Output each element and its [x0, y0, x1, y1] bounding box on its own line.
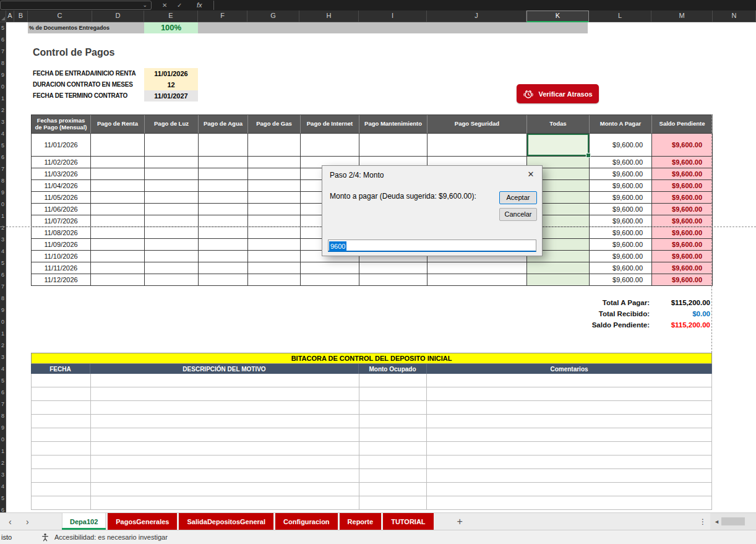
- header-pago-agua[interactable]: Pago de Agua: [199, 115, 248, 134]
- bitacora-header-monto[interactable]: Monto Ocupado: [359, 364, 427, 374]
- bitacora-fecha-cell[interactable]: [32, 455, 91, 469]
- bitacora-comentarios-cell[interactable]: [427, 455, 712, 469]
- row-header[interactable]: 4: [0, 246, 6, 257]
- row-header[interactable]: 9: [0, 304, 6, 316]
- pago-renta-cell[interactable]: [91, 157, 145, 168]
- pago-renta-cell[interactable]: [91, 192, 145, 204]
- bitacora-fecha-cell[interactable]: [32, 442, 91, 455]
- payment-date-cell[interactable]: 11/01/2026: [32, 134, 91, 157]
- monto-a-pagar-cell[interactable]: $9,600.00: [590, 215, 652, 227]
- fx-icon[interactable]: fx: [197, 0, 202, 11]
- saldo-pendiente-cell[interactable]: $9,600.00: [652, 204, 713, 215]
- monto-a-pagar-cell[interactable]: $9,600.00: [590, 157, 652, 168]
- add-sheet-button[interactable]: +: [457, 517, 463, 527]
- bitacora-comentarios-cell[interactable]: [427, 401, 712, 415]
- row-header[interactable]: 4: [0, 128, 6, 140]
- bitacora-descripcion-cell[interactable]: [91, 401, 359, 415]
- accessibility-status[interactable]: Accesibilidad: es necesario investigar: [54, 530, 168, 544]
- header-pago-seguridad[interactable]: Pago Seguridad: [427, 115, 527, 134]
- bitacora-descripcion-cell[interactable]: [91, 387, 359, 401]
- saldo-pendiente-cell[interactable]: $9,600.00: [652, 134, 713, 157]
- name-box[interactable]: ⌄: [0, 1, 152, 10]
- pago-renta-cell[interactable]: [91, 134, 145, 157]
- bitacora-fecha-cell[interactable]: [32, 415, 91, 428]
- pago-internet-cell[interactable]: [301, 134, 359, 157]
- bitacora-descripcion-cell[interactable]: [91, 483, 359, 496]
- pago-luz-cell[interactable]: [145, 168, 199, 180]
- bitacora-comentarios-cell[interactable]: [427, 374, 712, 387]
- header-pago-luz[interactable]: Pago de Luz: [145, 115, 199, 134]
- monto-a-pagar-cell[interactable]: $9,600.00: [590, 192, 652, 204]
- pago-luz-cell[interactable]: [145, 192, 199, 204]
- pago-gas-cell[interactable]: [248, 192, 301, 204]
- bitacora-monto-cell[interactable]: [359, 428, 427, 442]
- payment-date-cell[interactable]: 11/09/2026: [32, 239, 91, 251]
- column-header-l[interactable]: L: [589, 11, 651, 22]
- row-header[interactable]: 3: [0, 116, 6, 128]
- payment-date-cell[interactable]: 11/12/2026: [32, 274, 91, 286]
- pago-luz-cell[interactable]: [145, 134, 199, 157]
- fecha-termino-value[interactable]: 11/01/2027: [144, 90, 198, 101]
- pago-seguridad-cell[interactable]: [427, 134, 527, 157]
- row-header[interactable]: 5: [0, 375, 6, 387]
- row-header[interactable]: 6: [0, 387, 6, 399]
- monto-input-field[interactable]: 9600: [328, 240, 536, 252]
- saldo-pendiente-cell[interactable]: $9,600.00: [652, 192, 713, 204]
- pago-renta-cell[interactable]: [91, 239, 145, 251]
- row-header[interactable]: 6: [0, 269, 6, 281]
- pago-gas-cell[interactable]: [248, 274, 301, 286]
- pago-agua-cell[interactable]: [199, 192, 248, 204]
- column-header-c[interactable]: C: [28, 11, 92, 22]
- bitacora-fecha-cell[interactable]: [32, 401, 91, 415]
- saldo-pendiente-cell[interactable]: $9,600.00: [652, 180, 713, 192]
- pago-mantenimiento-cell[interactable]: [359, 274, 427, 286]
- pago-luz-cell[interactable]: [145, 227, 199, 239]
- sheet-tab[interactable]: PagosGenerales: [108, 513, 177, 530]
- column-header-g[interactable]: G: [247, 11, 299, 22]
- pago-renta-cell[interactable]: [91, 215, 145, 227]
- cancel-icon[interactable]: ✕: [162, 0, 167, 11]
- monto-a-pagar-cell[interactable]: $9,600.00: [590, 227, 652, 239]
- pago-seguridad-cell[interactable]: [427, 262, 527, 274]
- bitacora-fecha-cell[interactable]: [32, 374, 91, 387]
- bitacora-header-descripcion[interactable]: DESCRIPCIÓN DEL MOTIVO: [90, 364, 359, 374]
- row-header[interactable]: 5: [0, 140, 6, 152]
- bitacora-comentarios-cell[interactable]: [427, 496, 712, 510]
- sheet-tab[interactable]: Reporte: [340, 513, 382, 530]
- saldo-pendiente-cell[interactable]: $9,600.00: [652, 239, 713, 251]
- pago-agua-cell[interactable]: [199, 180, 248, 192]
- pago-gas-cell[interactable]: [248, 262, 301, 274]
- row-header[interactable]: 4: [0, 481, 6, 493]
- pago-gas-cell[interactable]: [248, 215, 301, 227]
- scrollbar-thumb[interactable]: [721, 517, 745, 525]
- row-header[interactable]: 2: [0, 222, 6, 234]
- pago-gas-cell[interactable]: [248, 239, 301, 251]
- chevron-down-icon[interactable]: ⌄: [142, 1, 147, 9]
- pago-luz-cell[interactable]: [145, 157, 199, 168]
- bitacora-monto-cell[interactable]: [359, 496, 427, 510]
- row-header[interactable]: 7: [0, 46, 6, 58]
- pago-agua-cell[interactable]: [199, 134, 248, 157]
- bitacora-comentarios-cell[interactable]: [427, 442, 712, 455]
- pago-gas-cell[interactable]: [248, 180, 301, 192]
- pago-renta-cell[interactable]: [91, 251, 145, 262]
- row-header[interactable]: 3: [0, 469, 6, 481]
- header-pago-internet[interactable]: Pago de Internet: [301, 115, 359, 134]
- bitacora-comentarios-cell[interactable]: [427, 415, 712, 428]
- pago-agua-cell[interactable]: [199, 215, 248, 227]
- row-header[interactable]: 5: [0, 22, 6, 34]
- bitacora-descripcion-cell[interactable]: [91, 455, 359, 469]
- pago-agua-cell[interactable]: [199, 157, 248, 168]
- payment-date-cell[interactable]: 11/11/2026: [32, 262, 91, 274]
- monto-a-pagar-cell[interactable]: $9,600.00: [590, 204, 652, 215]
- close-icon[interactable]: ✕: [525, 168, 537, 181]
- bitacora-descripcion-cell[interactable]: [91, 415, 359, 428]
- saldo-pendiente-cell[interactable]: $9,600.00: [652, 215, 713, 227]
- pago-mantenimiento-cell[interactable]: [359, 134, 427, 157]
- bitacora-descripcion-cell[interactable]: [91, 374, 359, 387]
- row-header[interactable]: 0: [0, 199, 6, 210]
- pago-agua-cell[interactable]: [199, 274, 248, 286]
- todas-cell[interactable]: [527, 274, 590, 286]
- cancelar-button[interactable]: Cancelar: [499, 208, 537, 221]
- bitacora-descripcion-cell[interactable]: [91, 496, 359, 510]
